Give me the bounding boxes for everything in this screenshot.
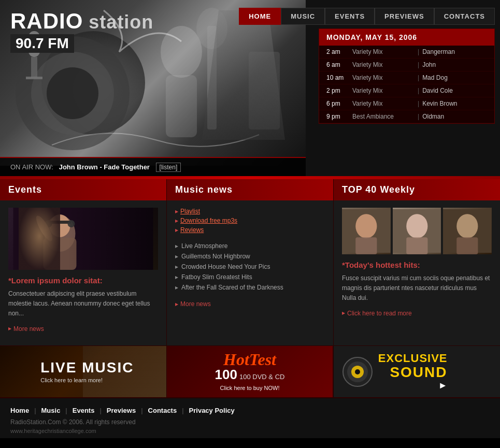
exclusive-label: Exclusive [378,352,448,365]
top40-content-title: *Today's hottest hits: [342,261,492,269]
svg-rect-17 [44,238,77,270]
top40-img-1 [342,208,391,254]
music-more-link[interactable]: More news [175,300,325,308]
footer-nav-previews[interactable]: Previews [107,407,136,414]
banner-live-text: LIVE MUSIC Click here to learn more! [32,360,134,383]
svg-point-9 [196,8,227,49]
svg-rect-7 [166,75,197,137]
nav-home[interactable]: HOME [239,8,281,25]
footer-url: www.heritagechristiancollege.com [10,428,490,434]
logo-title: RADIO station [10,10,153,32]
logo-area: RADIO station 90.7 FM [10,10,153,53]
news-item-3: Fatboy Slim Greatest Hits [175,272,325,282]
header: RADIO station 90.7 FM HOME MUSIC EVENTS … [0,0,500,176]
news-item-0: Live Atmosphere [175,241,325,251]
schedule-panel: MONDAY, MAY 15, 2006 2 am Variety Mix | … [319,28,495,124]
schedule-date: MONDAY, MAY 15, 2006 [319,29,494,46]
svg-rect-5 [26,77,42,79]
main-content: Events *Lorem ipsum dolor sitat: Consect… [0,179,500,345]
svg-rect-27 [457,237,478,254]
banner-live[interactable]: LIVE MUSIC Click here to learn more! [0,346,167,397]
svg-point-18 [34,214,55,243]
events-header: Events [0,179,166,200]
schedule-row: 6 pm Variety Mix | Kevin Brown [319,97,494,110]
music-news-header: Music news [167,179,333,200]
footer-copyright: RadioStation.Com © 2006. All rights rese… [10,418,490,426]
top40-content-text: Fusce suscipit varius mi cum sociis oque… [342,273,492,304]
footer-nav-contacts[interactable]: Contacts [148,407,177,414]
schedule-row: 6 am Variety Mix | John [319,59,494,71]
svg-rect-11 [13,208,153,270]
sched-time-0: 2 am [326,48,352,55]
sched-host-0: Dangerman [422,48,455,55]
music-links: Playlist Download free mp3s Reviews [175,208,325,234]
svg-point-20 [355,214,377,238]
on-air-label: ON AIR NOW: [10,163,53,171]
banner-exclusive-text: Exclusive SOUND ► [378,352,456,392]
playlist-link[interactable]: Playlist [175,208,325,215]
svg-rect-8 [207,26,217,129]
svg-point-26 [457,214,478,238]
nav-previews[interactable]: PREVIEWS [375,8,434,25]
banner-hot-sub-row: 100 100 DVD & CD [215,367,285,383]
footer-nav-music[interactable]: Music [41,407,61,414]
news-item-2: Crowded House Need Your Pics [175,262,325,272]
schedule-row: 10 am Variety Mix | Mad Dog [319,71,494,84]
banner-hot-100: 100 [215,367,237,383]
footer-nav-events[interactable]: Events [73,407,95,414]
top40-more-link[interactable]: Click here to read more [342,310,492,317]
events-content-text: Consectetuer adipiscing elit praese vest… [8,289,158,319]
svg-rect-14 [49,221,72,224]
listen-button[interactable]: [listen] [156,163,181,172]
footer-nav: Home | Music | Events | Previews | Conta… [10,407,490,414]
sound-label: SOUND [378,365,448,381]
svg-point-13 [50,214,70,237]
events-more-link[interactable]: More news [8,325,158,333]
banner-exclusive-main: Exclusive SOUND [378,352,448,381]
top40-column: TOP 40 Weekly [334,179,500,345]
banner-live-main: LIVE MUSIC [40,360,134,375]
svg-point-1 [31,52,114,135]
download-link[interactable]: Download free mp3s [175,217,325,224]
nav-contacts[interactable]: CONTACTS [434,8,495,25]
banner-hot-main: HotTest [215,352,285,367]
logo-station: station [83,11,153,33]
banner-hot-cta: Click here to buy NOW! [215,385,285,391]
schedule-row: 2 am Variety Mix | Dangerman [319,46,494,59]
footer-nav-privacy[interactable]: Privacy Policy [189,407,235,414]
on-air-song: John Brown - Fade Together [59,163,150,171]
svg-rect-10 [249,52,280,129]
navigation: HOME MUSIC EVENTS PREVIEWS CONTACTS [239,8,495,25]
nav-events[interactable]: EVENTS [325,8,375,25]
sched-show-0: Variety Mix [352,48,415,55]
events-column: Events *Lorem ipsum dolor sitat: Consect… [0,179,167,345]
news-item-4: After the Fall Scared of the Darkness [175,282,325,293]
logo-frequency: 90.7 FM [10,34,74,53]
svg-point-2 [47,67,98,119]
music-news-list: Live Atmosphere Guillemots Not Highbrow … [175,241,325,293]
logo-radio: RADIO [10,9,83,33]
svg-rect-21 [355,237,377,254]
top40-body: *Today's hottest hits: Fusce suscipit va… [334,200,500,345]
banner-hot-text: HotTest 100 100 DVD & CD Click here to b… [215,352,285,392]
top40-img-3 [443,208,492,254]
news-item-1: Guillemots Not Highbrow [175,251,325,262]
events-body: *Lorem ipsum dolor sitat: Consectetuer a… [0,200,166,345]
on-air-bar: ON AIR NOW: John Brown - Fade Together [… [0,157,306,176]
banner-exclusive[interactable]: Exclusive SOUND ► [333,346,500,397]
svg-point-15 [45,220,52,227]
top40-images [342,208,492,254]
svg-point-12 [45,215,76,252]
nav-music[interactable]: MUSIC [281,8,325,25]
music-news-body: Playlist Download free mp3s Reviews Live… [167,200,333,345]
events-image [8,208,158,270]
top40-img-2 [393,208,441,254]
banner-hot-dvd: 100 DVD & CD [239,373,284,381]
footer-nav-home[interactable]: Home [10,407,29,414]
top40-header: TOP 40 Weekly [334,179,500,200]
footer: Home | Music | Events | Previews | Conta… [0,397,500,438]
banner-live-sub: Click here to learn more! [40,377,134,383]
banner-hot[interactable]: HotTest 100 100 DVD & CD Click here to b… [167,346,334,397]
events-content-title: *Lorem ipsum dolor sitat: [8,276,158,285]
reviews-link[interactable]: Reviews [175,226,325,234]
